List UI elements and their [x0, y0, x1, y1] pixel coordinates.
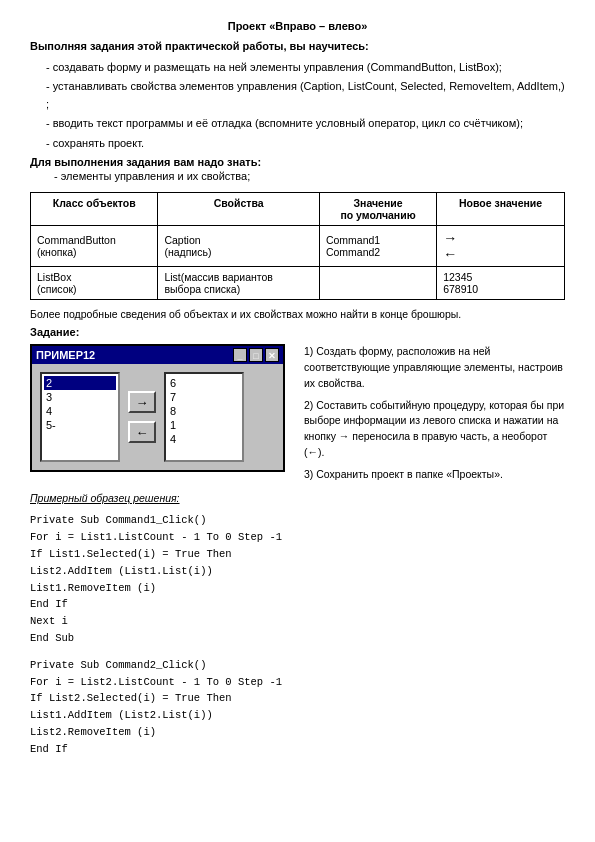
cell-class-2: ListBox (список): [31, 267, 158, 300]
col-header-default: Значениепо умолчанию: [319, 193, 436, 226]
code-line: For i = List2.ListCount - 1 To 0 Step -1: [30, 674, 565, 691]
task-description: 1) Создать форму, расположив на ней соот…: [304, 344, 565, 482]
list-item[interactable]: 5-: [44, 418, 116, 432]
code-line: Private Sub Command1_Click(): [30, 512, 565, 529]
code-section: Private Sub Command1_Click() For i = Lis…: [30, 512, 565, 757]
two-col-section: ПРИМЕР12 _ □ ✕ 2 3 4 5- → ←: [30, 344, 565, 482]
code-line: End Sub: [30, 630, 565, 647]
code-line: For i = List1.ListCount - 1 To 0 Step -1: [30, 529, 565, 546]
code-line: List2.RemoveItem (i): [30, 724, 565, 741]
list-item[interactable]: 3: [44, 390, 116, 404]
code-block-1: Private Sub Command1_Click() For i = Lis…: [30, 512, 565, 646]
minimize-button[interactable]: _: [233, 348, 247, 362]
titlebar-controls: _ □ ✕: [233, 348, 279, 362]
properties-table: Класс объектов Свойства Значениепо умолч…: [30, 192, 565, 300]
arrow-buttons: → ←: [128, 391, 156, 443]
code-line: End If: [30, 741, 565, 758]
cell-default-1: Command1 Command2: [319, 226, 436, 267]
list-item[interactable]: 8: [168, 404, 240, 418]
code-line: List1.AddItem (List2.List(i)): [30, 707, 565, 724]
cell-class-1: CommandButton (кнопка): [31, 226, 158, 267]
arrow-left-button[interactable]: ←: [128, 421, 156, 443]
for-label: Для выполнения задания вам надо знать:: [30, 156, 565, 168]
maximize-button[interactable]: □: [249, 348, 263, 362]
for-bullet-1: - элементы управления и их свойства;: [30, 170, 565, 182]
task-label: Задание:: [30, 326, 565, 338]
bullet-2: - устанавливать свойства элементов управ…: [30, 78, 565, 113]
list-item[interactable]: 7: [168, 390, 240, 404]
dialog-title: ПРИМЕР12: [36, 349, 95, 361]
task-p1: 1) Создать форму, расположив на ней соот…: [304, 344, 565, 391]
bullet-4: - сохранять проект.: [30, 135, 565, 153]
bullet-3: - вводить текст программы и её отладка (…: [30, 115, 565, 133]
code-block-2: Private Sub Command2_Click() For i = Lis…: [30, 657, 565, 758]
table-row: CommandButton (кнопка) Caption (надпись)…: [31, 226, 565, 267]
list2[interactable]: 6 7 8 1 4: [164, 372, 244, 462]
arrow-right-button[interactable]: →: [128, 391, 156, 413]
code-line: End If: [30, 596, 565, 613]
intro-lead: Выполняя задания этой практической работ…: [30, 38, 565, 55]
dialog-body: 2 3 4 5- → ← 6 7 8 1 4: [32, 364, 283, 470]
code-line: List1.RemoveItem (i): [30, 580, 565, 597]
sample-label: Примерный образец решения:: [30, 492, 565, 504]
col-header-props: Свойства: [158, 193, 319, 226]
close-button[interactable]: ✕: [265, 348, 279, 362]
code-line: Private Sub Command2_Click(): [30, 657, 565, 674]
code-line: If List2.Selected(i) = True Then: [30, 690, 565, 707]
win-dialog: ПРИМЕР12 _ □ ✕ 2 3 4 5- → ←: [30, 344, 285, 472]
code-line: If List1.Selected(i) = True Then: [30, 546, 565, 563]
win-titlebar: ПРИМЕР12 _ □ ✕: [32, 346, 283, 364]
list1[interactable]: 2 3 4 5-: [40, 372, 120, 462]
dialog-container: ПРИМЕР12 _ □ ✕ 2 3 4 5- → ←: [30, 344, 290, 482]
cell-default-2: [319, 267, 436, 300]
cell-new-2: 12345 678910: [437, 267, 565, 300]
cell-new-1: → ←: [437, 226, 565, 267]
col-header-class: Класс объектов: [31, 193, 158, 226]
note-text: Более подробные сведения об объектах и и…: [30, 308, 565, 320]
code-line: List2.AddItem (List1.List(i)): [30, 563, 565, 580]
table-row: ListBox (список) List(массив вариантов в…: [31, 267, 565, 300]
cell-props-1: Caption (надпись): [158, 226, 319, 267]
bullet-1: - создавать форму и размещать на ней эле…: [30, 59, 565, 77]
cell-props-2: List(массив вариантов выбора списка): [158, 267, 319, 300]
task-p3: 3) Сохранить проект в папке «Проекты».: [304, 467, 565, 483]
list-item[interactable]: 1: [168, 418, 240, 432]
code-line: Next i: [30, 613, 565, 630]
list-item[interactable]: 6: [168, 376, 240, 390]
task-p2: 2) Составить событийную процедуру, котор…: [304, 398, 565, 461]
list-item[interactable]: 4: [44, 404, 116, 418]
list-item[interactable]: 2: [44, 376, 116, 390]
col-header-new: Новое значение: [437, 193, 565, 226]
list-item[interactable]: 4: [168, 432, 240, 446]
page-title: Проект «Вправо – влево»: [30, 20, 565, 32]
